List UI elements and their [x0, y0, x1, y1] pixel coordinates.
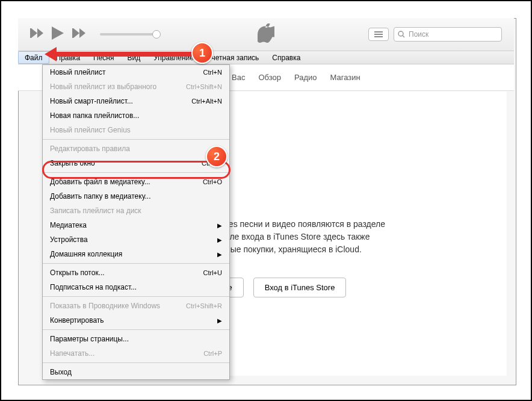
- menu-item[interactable]: Открыть поток...Ctrl+U: [43, 266, 229, 280]
- menu-view[interactable]: Вид: [121, 51, 147, 64]
- menu-item: Показать в Проводнике WindowsCtrl+Shift+…: [43, 299, 229, 313]
- menu-item[interactable]: Добавить файл в медиатеку...Ctrl+O: [43, 175, 229, 189]
- menu-file[interactable]: Файл: [18, 51, 49, 64]
- chevron-right-icon: ▶: [217, 317, 222, 324]
- menu-item[interactable]: Новая папка плейлистов...: [43, 108, 229, 123]
- svg-point-3: [398, 31, 403, 36]
- menu-item[interactable]: Параметры страницы...: [43, 332, 229, 346]
- tab-radio[interactable]: Радио: [294, 73, 317, 82]
- menu-item[interactable]: Подписаться на подкаст...: [43, 280, 229, 294]
- menu-item[interactable]: Новый плейлистCtrl+N: [43, 65, 229, 79]
- menu-item: Новый плейлист Genius: [43, 123, 229, 137]
- menu-item: Новый плейлист из выбранногоCtrl+Shift+N: [43, 79, 229, 94]
- menu-item[interactable]: Конвертировать▶: [43, 313, 229, 328]
- chevron-right-icon: ▶: [217, 251, 222, 258]
- menu-controls[interactable]: Управление: [147, 51, 200, 64]
- menu-item[interactable]: Выход: [43, 365, 229, 379]
- menu-item[interactable]: Устройства▶: [43, 232, 229, 247]
- search-icon: [398, 31, 405, 38]
- menu-item[interactable]: Новый смарт-плейлист...Ctrl+Alt+N: [43, 94, 229, 108]
- list-view-toggle[interactable]: [368, 28, 389, 41]
- next-track-button[interactable]: [72, 28, 85, 40]
- play-button[interactable]: [52, 26, 64, 42]
- player-toolbar: Поиск: [18, 18, 514, 51]
- previous-track-button[interactable]: [30, 28, 43, 40]
- search-placeholder: Поиск: [409, 30, 428, 39]
- signin-store-button[interactable]: Вход в iTunes Store: [253, 278, 347, 297]
- search-input[interactable]: Поиск: [394, 27, 502, 42]
- svg-line-4: [403, 36, 404, 37]
- chevron-right-icon: ▶: [217, 222, 222, 229]
- apple-logo-icon: [258, 23, 274, 45]
- menu-item: Напечатать...Ctrl+P: [43, 346, 229, 361]
- file-menu-dropdown: Новый плейлистCtrl+NНовый плейлист из вы…: [42, 64, 230, 380]
- menu-edit[interactable]: Правка: [49, 51, 87, 64]
- tab-store[interactable]: Магазин: [330, 73, 360, 82]
- menu-item: Записать плейлист на диск: [43, 204, 229, 218]
- menu-item[interactable]: Медиатека▶: [43, 218, 229, 232]
- menu-item[interactable]: Домашняя коллекция▶: [43, 247, 229, 261]
- menu-help[interactable]: Справка: [265, 51, 307, 64]
- menu-account[interactable]: Учетная запись: [200, 51, 265, 64]
- menu-item[interactable]: Закрыть окноCtrl+W: [43, 156, 229, 170]
- menu-song[interactable]: Песня: [87, 51, 120, 64]
- tab-browse[interactable]: Обзор: [258, 73, 281, 82]
- menu-item: Редактировать правила: [43, 141, 229, 156]
- menu-item[interactable]: Добавить папку в медиатеку...: [43, 189, 229, 204]
- volume-slider[interactable]: [100, 33, 157, 36]
- menubar: Файл Правка Песня Вид Управление Учетная…: [18, 51, 514, 64]
- chevron-right-icon: ▶: [217, 237, 222, 243]
